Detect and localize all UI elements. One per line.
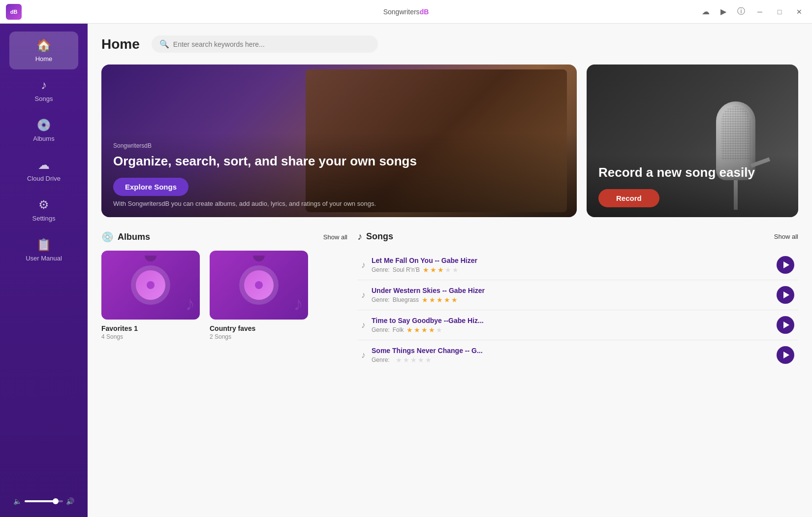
- songs-scroll-area[interactable]: ♪Let Me Fall On You -- Gabe HizerGenre:S…: [357, 250, 798, 370]
- albums-section-icon: 💿: [101, 231, 114, 243]
- app-logo: dB: [6, 4, 22, 20]
- song-genre: Folk: [393, 326, 404, 333]
- hero-title-right: Record a new song easily: [598, 164, 786, 181]
- sidebar-item-songs[interactable]: ♪ Songs: [9, 71, 78, 109]
- songs-list: ♪Let Me Fall On You -- Gabe HizerGenre:S…: [357, 250, 798, 370]
- sidebar-label-home: Home: [35, 55, 53, 63]
- song-play-button[interactable]: [777, 316, 794, 334]
- sidebar-label-songs: Songs: [35, 95, 53, 102]
- sidebar-item-user-manual[interactable]: 📋 User Manual: [9, 231, 78, 269]
- album-name-country: Country faves: [210, 324, 308, 332]
- volume-slider[interactable]: [25, 500, 63, 502]
- search-icon: 🔍: [159, 39, 169, 49]
- volume-low-icon: 🔈: [13, 497, 22, 505]
- sidebar-item-cloud-drive[interactable]: ☁ Cloud Drive: [9, 151, 78, 189]
- song-genre: Bluegrass: [393, 296, 419, 303]
- sidebar-item-albums[interactable]: 💿 Albums: [9, 111, 78, 149]
- sidebar: 🏠 Home ♪ Songs 💿 Albums ☁ Cloud Drive ⚙ …: [0, 24, 88, 517]
- explore-songs-button[interactable]: Explore Songs: [113, 178, 188, 196]
- disc-icon: 💿: [36, 118, 51, 132]
- titlebar-controls: ☁ ▶ ⓘ ─ □ ✕: [700, 5, 806, 19]
- search-input[interactable]: [173, 40, 370, 48]
- song-row: ♪Under Western Skies -- Gabe HizerGenre:…: [357, 280, 798, 310]
- song-title: Let Me Fall On You -- Gabe Hizer: [372, 257, 771, 264]
- hero-row: SongwritersdB Organize, search, sort, an…: [101, 65, 798, 217]
- albums-section-header: 💿 Albums Show all: [101, 231, 347, 243]
- home-icon: 🏠: [36, 38, 51, 52]
- manual-icon: 📋: [36, 238, 51, 252]
- song-row: ♪Let Me Fall On You -- Gabe HizerGenre:S…: [357, 250, 798, 280]
- songs-section-header: ♪ Songs Show all: [357, 231, 798, 242]
- album-art-favorites: ♪: [101, 251, 200, 320]
- song-title: Some Things Never Change -- G...: [372, 347, 771, 355]
- song-row: ♪Time to Say Goodbye --Gabe Hiz...Genre:…: [357, 310, 798, 340]
- song-row: ♪Some Things Never Change -- G...Genre:★…: [357, 340, 798, 370]
- sidebar-item-home[interactable]: 🏠 Home: [9, 32, 78, 69]
- volume-control: 🔈 🔊: [9, 493, 78, 509]
- album-art-country: ♪: [210, 251, 308, 320]
- sidebar-item-settings[interactable]: ⚙ Settings: [9, 191, 78, 229]
- album-card[interactable]: ♪ Favorites 1 4 Songs: [101, 251, 200, 340]
- info-icon[interactable]: ⓘ: [735, 6, 747, 18]
- album-count-country: 2 Songs: [210, 333, 308, 340]
- album-name-favorites: Favorites 1: [101, 324, 200, 332]
- song-note-icon: ♪: [361, 320, 366, 330]
- play-icon[interactable]: ▶: [718, 6, 729, 18]
- song-title: Under Western Skies -- Gabe Hizer: [372, 287, 771, 294]
- song-stars: ★★★★★: [423, 266, 459, 274]
- app-title-right: dB: [420, 8, 429, 16]
- hero-banner-left: SongwritersdB Organize, search, sort, an…: [101, 65, 577, 217]
- hero-title-left: Organize, search, sort, and share your o…: [113, 153, 565, 170]
- song-genre-label: Genre:: [372, 296, 390, 303]
- songs-show-all[interactable]: Show all: [774, 233, 798, 240]
- song-genre-label: Genre:: [372, 356, 390, 363]
- songs-section: ♪ Songs Show all ♪Let Me Fall On You -- …: [357, 231, 798, 370]
- album-count-favorites: 4 Songs: [101, 333, 200, 340]
- song-stars: ★★★★★: [396, 356, 432, 364]
- sidebar-label-albums: Albums: [33, 135, 54, 142]
- song-play-button[interactable]: [777, 346, 794, 364]
- sidebar-label-manual: User Manual: [26, 255, 62, 262]
- record-button[interactable]: Record: [598, 189, 659, 207]
- albums-show-all[interactable]: Show all: [323, 233, 347, 241]
- songs-section-title: Songs: [366, 231, 393, 242]
- song-stars: ★★★★★: [422, 296, 458, 304]
- albums-grid: ♪ Favorites 1 4 Songs: [101, 251, 347, 340]
- hero-tag: SongwritersdB: [113, 142, 565, 149]
- music-icon: ♪: [41, 78, 47, 92]
- main-layout: 🏠 Home ♪ Songs 💿 Albums ☁ Cloud Drive ⚙ …: [0, 24, 812, 517]
- song-genre-label: Genre:: [372, 326, 390, 333]
- titlebar-left: dB: [6, 4, 22, 20]
- sidebar-label-cloud: Cloud Drive: [27, 175, 61, 182]
- hero-right-content: Record a new song easily Record: [587, 155, 798, 217]
- content-header: Home 🔍: [101, 35, 798, 53]
- song-genre: Soul R'n'B: [393, 266, 420, 273]
- sidebar-label-settings: Settings: [32, 215, 56, 222]
- hero-left-content: SongwritersdB Organize, search, sort, an…: [101, 132, 577, 217]
- song-play-button[interactable]: [777, 256, 794, 274]
- titlebar: dB SongwritersdB ☁ ▶ ⓘ ─ □ ✕: [0, 0, 812, 24]
- close-button[interactable]: ✕: [792, 5, 806, 19]
- song-note-icon: ♪: [361, 350, 366, 360]
- page-title: Home: [101, 36, 140, 52]
- app-title: SongwritersdB: [383, 8, 429, 16]
- content-area: Home 🔍 SongwritersdB Organize, search, s…: [88, 24, 812, 517]
- song-note-icon: ♪: [361, 290, 366, 300]
- settings-icon: ⚙: [38, 198, 49, 212]
- hero-subtitle: With SongwritersdB you can create albums…: [113, 200, 565, 207]
- song-note-icon: ♪: [361, 260, 366, 270]
- song-play-button[interactable]: [777, 286, 794, 304]
- songs-section-icon: ♪: [357, 231, 362, 242]
- albums-section: 💿 Albums Show all: [101, 231, 347, 370]
- bottom-row: 💿 Albums Show all: [101, 231, 798, 370]
- song-genre-label: Genre:: [372, 266, 390, 273]
- volume-high-icon: 🔊: [66, 497, 74, 505]
- search-bar: 🔍: [152, 35, 378, 53]
- song-title: Time to Say Goodbye --Gabe Hiz...: [372, 317, 771, 324]
- cloud-icon[interactable]: ☁: [700, 6, 712, 18]
- minimize-button[interactable]: ─: [753, 5, 767, 19]
- albums-section-title: Albums: [118, 232, 150, 242]
- maximize-button[interactable]: □: [773, 5, 786, 19]
- album-card[interactable]: ♪ Country faves 2 Songs: [210, 251, 308, 340]
- hero-banner-right: Record a new song easily Record: [587, 65, 798, 217]
